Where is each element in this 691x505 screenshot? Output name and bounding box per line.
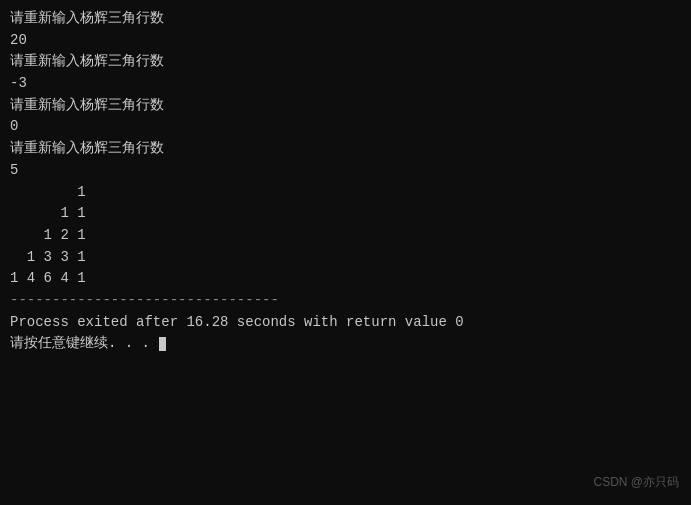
terminal-line: 请重新输入杨辉三角行数 xyxy=(10,51,681,73)
terminal-line: 1 4 6 4 1 xyxy=(10,268,681,290)
terminal-line: 20 xyxy=(10,30,681,52)
terminal-line: 请重新输入杨辉三角行数 xyxy=(10,138,681,160)
terminal-line: 0 xyxy=(10,116,681,138)
terminal-line: 5 xyxy=(10,160,681,182)
terminal-line: 1 3 3 1 xyxy=(10,247,681,269)
terminal-line: 1 1 xyxy=(10,203,681,225)
terminal-line: 请重新输入杨辉三角行数 xyxy=(10,95,681,117)
terminal-line: -3 xyxy=(10,73,681,95)
terminal-line: Process exited after 16.28 seconds with … xyxy=(10,312,681,334)
terminal-line: 1 2 1 xyxy=(10,225,681,247)
terminal-line: 请按任意键继续. . . xyxy=(10,333,681,355)
terminal-line: -------------------------------- xyxy=(10,290,681,312)
watermark: CSDN @亦只码 xyxy=(593,474,679,491)
terminal-line: 请重新输入杨辉三角行数 xyxy=(10,8,681,30)
terminal-line: 1 xyxy=(10,182,681,204)
terminal-output: 请重新输入杨辉三角行数20请重新输入杨辉三角行数-3请重新输入杨辉三角行数0请重… xyxy=(10,8,681,355)
terminal-cursor xyxy=(159,337,166,351)
terminal-window: 请重新输入杨辉三角行数20请重新输入杨辉三角行数-3请重新输入杨辉三角行数0请重… xyxy=(0,0,691,505)
